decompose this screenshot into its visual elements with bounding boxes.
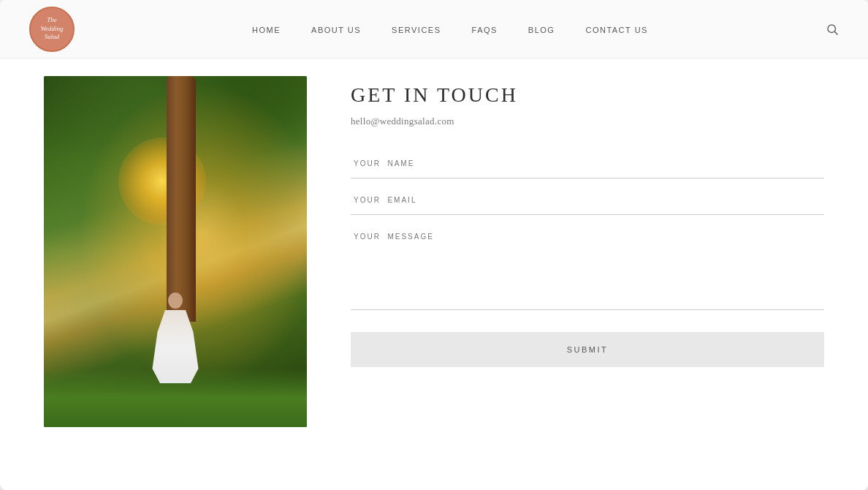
section-title: GET IN TOUCH [351, 83, 824, 107]
svg-line-1 [834, 31, 837, 34]
logo-text: The Wedding Salad [40, 16, 63, 42]
nav-item-about[interactable]: ABOUT US [311, 23, 361, 36]
nav-item-services[interactable]: SERVICES [392, 23, 441, 36]
submit-button[interactable]: SUBMIT [351, 332, 824, 367]
person-head [168, 293, 183, 309]
name-input[interactable] [351, 149, 824, 178]
contact-form: SUBMIT [351, 149, 824, 367]
nav-link-faqs[interactable]: FAQs [472, 26, 498, 34]
name-field-group [351, 149, 824, 186]
person-body [150, 310, 201, 383]
nav-item-home[interactable]: HOME [252, 23, 281, 36]
contact-image [44, 76, 307, 427]
nav-link-services[interactable]: SERVICES [392, 26, 441, 34]
email-field-group [351, 186, 824, 222]
image-tree-trunk [167, 76, 196, 322]
contact-email: hello@weddingsalad.com [351, 116, 824, 127]
nav-link-about[interactable]: ABOUT US [311, 26, 361, 34]
nav-link-blog[interactable]: BLOG [528, 26, 555, 34]
svg-point-0 [828, 25, 836, 33]
nav-links: HOME ABOUT US SERVICES FAQs BLOG CONTACT… [252, 23, 648, 36]
browser-frame: The Wedding Salad HOME ABOUT US SERVICES… [0, 0, 868, 490]
search-button[interactable] [826, 23, 839, 36]
message-textarea[interactable] [351, 222, 824, 310]
email-input[interactable] [351, 186, 824, 215]
message-field-group [351, 222, 824, 320]
contact-form-area: GET IN TOUCH hello@weddingsalad.com SUBM… [351, 76, 824, 367]
nav-item-faqs[interactable]: FAQs [472, 23, 498, 36]
logo[interactable]: The Wedding Salad [29, 7, 75, 52]
search-icon [826, 23, 839, 36]
navbar: The Wedding Salad HOME ABOUT US SERVICES… [0, 0, 868, 59]
nav-item-contact[interactable]: CONTACT US [585, 23, 648, 36]
main-content: GET IN TOUCH hello@weddingsalad.com SUBM… [0, 59, 868, 490]
nav-link-home[interactable]: HOME [252, 26, 281, 34]
nav-item-blog[interactable]: BLOG [528, 23, 555, 36]
nav-link-contact[interactable]: CONTACT US [585, 26, 648, 34]
image-person [150, 293, 201, 383]
